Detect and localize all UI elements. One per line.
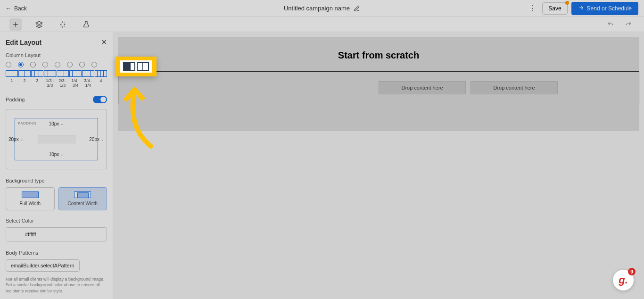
panel-title: Edit Layout (6, 39, 41, 46)
layout-label: 2/3 : 1/3 (57, 79, 69, 88)
layout-row[interactable]: Drop content here Drop content here (118, 71, 639, 104)
layout-label: 1/4 : 3/4 (69, 79, 82, 88)
back-arrow-icon: ← (6, 5, 11, 12)
bg-type-label: Background type (6, 178, 107, 183)
canvas-title: Start from scratch (338, 50, 419, 61)
main-area: Edit Layout ✕ Column Layout 1 2 (0, 32, 644, 299)
layout-labels-row: 1 2 3 1/3 : 2/3 2/3 : 1/3 1/4 : 3/4 3/4 … (6, 79, 107, 88)
back-button[interactable]: ← Back (6, 5, 27, 12)
layout-option-3-1[interactable] (82, 70, 94, 77)
body-patterns-label: Body Patterns (6, 250, 107, 256)
tool-row (0, 17, 644, 32)
edit-layout-panel: Edit Layout ✕ Column Layout 1 2 (0, 32, 113, 299)
padding-right-input[interactable]: 20px⌄ (89, 136, 104, 141)
color-input[interactable]: #ffffff (6, 227, 107, 241)
padding-toggle[interactable] (93, 96, 107, 103)
guide-arrow-icon (118, 80, 170, 151)
chevron-down-icon: ⌄ (20, 137, 24, 141)
canvas-area: Start from scratch Drop content here Dro… (113, 32, 644, 299)
pattern-hint-text: Not all email clients will display a bac… (6, 276, 107, 294)
layout-label: 1/3 : 2/3 (44, 79, 56, 88)
pencil-icon (354, 5, 360, 12)
padding-tag: PADDING (18, 121, 36, 125)
column-layout-label: Column Layout (6, 52, 107, 58)
padding-editor: PADDING 10px⌄ 10px⌄ 20px⌄ 20px⌄ (6, 109, 107, 169)
layout-radio-2[interactable] (18, 62, 24, 67)
back-label: Back (14, 5, 27, 12)
fab-letter: g. (619, 274, 628, 286)
send-label: Send or Schedule (587, 5, 632, 12)
layout-label: 1 (6, 79, 18, 88)
close-panel-button[interactable]: ✕ (101, 38, 107, 47)
padding-label: Padding (6, 97, 25, 102)
undo-button[interactable] (604, 18, 617, 31)
drop-zone-2[interactable]: Drop content here (471, 81, 558, 94)
fab-badge: 9 (628, 268, 636, 275)
redo-button[interactable] (622, 18, 635, 31)
layout-radio-7[interactable] (79, 62, 85, 67)
drop-zone-1[interactable]: Drop content here (379, 81, 466, 94)
top-right-actions: ⋮ Save Send or Schedule (527, 2, 638, 15)
send-schedule-button[interactable]: Send or Schedule (571, 2, 638, 15)
style-tool-button[interactable] (57, 18, 69, 31)
add-tool-button[interactable] (9, 18, 22, 31)
chevron-down-icon: ⌄ (101, 137, 104, 141)
layout-option-1col[interactable] (6, 70, 18, 77)
layout-radio-3[interactable] (30, 62, 36, 67)
layout-radio-4[interactable] (42, 62, 48, 67)
layout-label: 3 (31, 79, 43, 88)
campaign-title: Untitled campaign name (284, 5, 350, 12)
layout-option-4col[interactable] (95, 70, 107, 77)
padding-top-input[interactable]: 10px⌄ (49, 121, 64, 126)
top-bar: ← Back Untitled campaign name ⋮ Save Sen… (0, 0, 644, 17)
test-tool-button[interactable] (80, 18, 92, 31)
layout-option-2col[interactable] (18, 70, 31, 77)
bg-content-preview-icon (74, 191, 91, 198)
bg-content-width-option[interactable]: Content Width (58, 187, 107, 210)
bg-content-label: Content Width (68, 201, 98, 206)
guide-highlight-badge (116, 57, 157, 76)
badge-layout-icon-a (123, 62, 135, 71)
select-color-label: Select Color (6, 218, 107, 224)
chevron-down-icon: ⌄ (60, 152, 64, 157)
layout-label: 2 (18, 79, 31, 88)
color-swatch-icon (6, 228, 20, 241)
layout-radio-row (6, 62, 107, 67)
chevron-down-icon: ⌄ (60, 122, 64, 126)
layout-option-1-3[interactable] (69, 70, 82, 77)
layout-radio-5[interactable] (55, 62, 60, 67)
layout-label: 4 (95, 79, 107, 88)
save-label: Save (548, 5, 561, 12)
save-button[interactable]: Save (542, 2, 567, 15)
layout-option-1-2[interactable] (44, 70, 56, 77)
unsaved-indicator-icon (565, 1, 569, 5)
layout-icons-row (6, 70, 107, 77)
padding-left-input[interactable]: 20px⌄ (8, 136, 24, 141)
color-hex-value: #ffffff (20, 232, 41, 237)
padding-center (38, 135, 75, 143)
canvas-content: Start from scratch Drop content here Dro… (118, 37, 639, 131)
select-pattern-button[interactable]: emailBuilder.selectAPattern (6, 259, 80, 272)
send-icon (578, 5, 584, 12)
campaign-title-area[interactable]: Untitled campaign name (284, 5, 360, 12)
layout-option-3col[interactable] (31, 70, 43, 77)
layout-label: 3/4 : 1/4 (82, 79, 94, 88)
layout-radio-8[interactable] (91, 62, 97, 67)
bg-full-preview-icon (22, 191, 39, 198)
more-menu-button[interactable]: ⋮ (527, 3, 538, 14)
bg-full-width-option[interactable]: Full Width (6, 187, 55, 210)
layout-option-2-1[interactable] (57, 70, 69, 77)
help-fab-button[interactable]: g. 9 (613, 270, 634, 291)
bg-full-label: Full Width (20, 201, 41, 206)
padding-bottom-input[interactable]: 10px⌄ (49, 152, 64, 157)
layout-radio-6[interactable] (67, 62, 73, 67)
drop-zone-left[interactable] (199, 81, 374, 94)
layout-radio-1[interactable] (6, 62, 11, 67)
layers-tool-button[interactable] (33, 18, 45, 31)
badge-layout-icon-b (137, 62, 149, 71)
